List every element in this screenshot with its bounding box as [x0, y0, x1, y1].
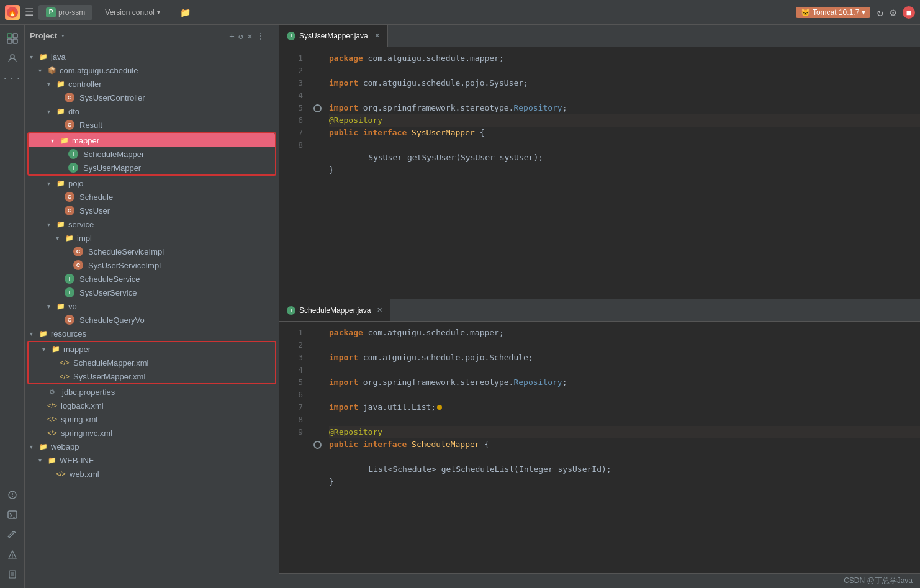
- label-SysUserMapper-xml: SysUserMapper.xml: [73, 372, 145, 381]
- sidebar-icon-bookmark[interactable]: [4, 566, 21, 583]
- file-tree-header: Project ▾ + ↺ ✕ ⋮ —: [25, 25, 279, 47]
- chevron-impl: ▾: [56, 235, 65, 242]
- sidebar-icon-more[interactable]: ···: [4, 70, 21, 87]
- tree-item-controller[interactable]: ▾ 📁 controller: [25, 77, 279, 91]
- svg-point-13: [12, 556, 13, 558]
- code-line-13-bottom: }: [329, 476, 920, 488]
- xml-icon-web: </>: [56, 469, 66, 479]
- close-button[interactable]: ■: [903, 6, 915, 19]
- tree-item-ScheduleMapper-xml[interactable]: </> ScheduleMapper.xml: [29, 356, 275, 369]
- chevron-resources: ▾: [30, 330, 38, 337]
- close-tab-SysUserMapper[interactable]: ✕: [374, 32, 380, 40]
- svg-rect-5: [13, 39, 17, 43]
- code-line-14-bottom: [329, 488, 920, 500]
- vc-chevron: ▾: [157, 9, 160, 16]
- folder-icon-WEB-INF: 📁: [47, 455, 57, 465]
- project-chevron[interactable]: ▾: [61, 32, 65, 40]
- tab-label-ScheduleMapper: ScheduleMapper.java: [299, 306, 371, 315]
- tree-item-java[interactable]: ▾ 📁 java: [25, 50, 279, 63]
- code-content-bottom[interactable]: 1 2 3 4 5 6 7 8 9: [279, 322, 920, 573]
- chevron-mapper-res: ▾: [42, 346, 51, 353]
- version-control-tab[interactable]: Version control ▾: [97, 6, 167, 19]
- tree-item-ScheduleMapper[interactable]: I ScheduleMapper: [29, 147, 275, 161]
- tree-item-SysUserMapper[interactable]: I SysUserMapper: [29, 161, 275, 174]
- tree-item-SysUserServiceImpl[interactable]: C SysUserServiceImpl: [25, 258, 279, 272]
- more-options-button[interactable]: ⋮: [256, 31, 265, 41]
- class-icon-ScheduleServiceImpl: C: [73, 247, 83, 256]
- class-icon-ScheduleQueryVo: C: [65, 315, 74, 325]
- label-logback-xml: logback.xml: [61, 401, 104, 410]
- tree-item-pojo[interactable]: ▾ 📁 pojo: [25, 176, 279, 190]
- gutter-impl-icon-top[interactable]: [313, 104, 322, 112]
- gutter-top: [310, 47, 324, 299]
- settings-button[interactable]: ⚙: [890, 6, 896, 19]
- app-icon: 🔥: [5, 5, 20, 20]
- tree-item-SysUserService[interactable]: I SysUserService: [25, 286, 279, 299]
- editor-area: I SysUserMapper.java ✕ 1 2 3 4 5 6 7 8: [279, 25, 920, 588]
- tree-item-SysUserController[interactable]: C SysUserController: [25, 91, 279, 104]
- code-line-9-bottom: @Repository: [329, 426, 920, 438]
- tree-item-dto[interactable]: ▾ 📁 dto: [25, 104, 279, 118]
- label-service: service: [68, 220, 94, 229]
- refresh-button[interactable]: ↻: [877, 6, 883, 19]
- label-mapper: mapper: [72, 136, 99, 145]
- editor-tab-SysUserMapper[interactable]: I SysUserMapper.java ✕: [279, 25, 388, 47]
- label-Result: Result: [79, 120, 102, 130]
- code-line-5-bottom: import org.springframework.stereotype.Re…: [329, 376, 920, 389]
- code-content-top[interactable]: 1 2 3 4 5 6 7 8: [279, 47, 920, 299]
- tree-item-jdbc-properties[interactable]: ⚙ jdbc.properties: [25, 385, 279, 399]
- tree-item-SysUserMapper-xml[interactable]: </> SysUserMapper.xml: [29, 369, 275, 383]
- sidebar-icon-project[interactable]: [4, 30, 21, 47]
- tomcat-badge[interactable]: 🐱 Tomcat 10.1.7 ▾: [796, 7, 870, 18]
- tree-item-vo[interactable]: ▾ 📁 vo: [25, 299, 279, 313]
- editor-tab-ScheduleMapper[interactable]: I ScheduleMapper.java ✕: [279, 299, 390, 321]
- code-line-4-bottom: [329, 364, 920, 376]
- project-tab[interactable]: P pro-ssm: [38, 5, 92, 20]
- tree-item-spring-xml[interactable]: </> spring.xml: [25, 412, 279, 426]
- tree-item-SysUser[interactable]: C SysUser: [25, 204, 279, 217]
- tree-item-resources[interactable]: ▾ 📁 resources: [25, 327, 279, 340]
- svg-rect-10: [8, 511, 17, 518]
- svg-text:🔥: 🔥: [8, 8, 17, 17]
- sidebar-icon-users[interactable]: [4, 50, 21, 67]
- label-SysUserMapper: SysUserMapper: [83, 163, 141, 173]
- tree-item-package[interactable]: ▾ 📦 com.atguigu.schedule: [25, 63, 279, 77]
- tree-item-Schedule[interactable]: C Schedule: [25, 190, 279, 204]
- tree-item-springmvc-xml[interactable]: </> springmvc.xml: [25, 426, 279, 440]
- xml-icon-SysUserMapper: </>: [60, 371, 70, 381]
- code-line-6-bottom: [329, 389, 920, 401]
- chevron-WEB-INF: ▾: [38, 457, 47, 464]
- tree-item-mapper[interactable]: ▾ 📁 mapper: [29, 133, 275, 147]
- editor-tabs-top: I SysUserMapper.java ✕: [279, 25, 920, 47]
- sidebar-icon-terminal[interactable]: [4, 506, 21, 523]
- sidebar-icon-paint[interactable]: [4, 526, 21, 543]
- hamburger-button[interactable]: ☰: [25, 6, 34, 18]
- gutter-impl-icon-bottom[interactable]: [313, 441, 322, 449]
- minimize-button[interactable]: —: [269, 31, 274, 41]
- properties-icon-jdbc: ⚙: [47, 387, 57, 397]
- tree-item-WEB-INF[interactable]: ▾ 📁 WEB-INF: [25, 453, 279, 467]
- tree-item-mapper-res[interactable]: ▾ 📁 mapper: [29, 342, 275, 356]
- tree-item-ScheduleQueryVo[interactable]: C ScheduleQueryVo: [25, 313, 279, 327]
- sidebar-icon-bottom1[interactable]: [4, 486, 21, 504]
- tree-item-impl[interactable]: ▾ 📁 impl: [25, 231, 279, 245]
- svg-point-9: [12, 496, 13, 497]
- sidebar-icon-warning[interactable]: [4, 546, 21, 563]
- label-ScheduleMapper-xml: ScheduleMapper.xml: [73, 358, 148, 368]
- close-tab-ScheduleMapper[interactable]: ✕: [377, 306, 382, 314]
- folder-icon-vo: 📁: [56, 301, 66, 311]
- code-line-11-bottom: [329, 451, 920, 463]
- label-resources: resources: [51, 329, 86, 338]
- tree-item-Result[interactable]: C Result: [25, 118, 279, 132]
- tree-item-ScheduleServiceImpl[interactable]: C ScheduleServiceImpl: [25, 245, 279, 258]
- tree-item-webapp[interactable]: ▾ 📁 webapp: [25, 440, 279, 453]
- tree-item-ScheduleService[interactable]: I ScheduleService: [25, 272, 279, 286]
- tree-item-service[interactable]: ▾ 📁 service: [25, 217, 279, 231]
- tree-item-logback-xml[interactable]: </> logback.xml: [25, 399, 279, 412]
- refresh-tree-button[interactable]: ↺: [238, 31, 243, 41]
- close-tree-button[interactable]: ✕: [247, 31, 252, 41]
- add-button[interactable]: +: [229, 31, 234, 41]
- tomcat-chevron: ▾: [862, 8, 865, 17]
- main-area: ··· Project ▾ + ↺ ✕ ⋮ —: [0, 25, 920, 588]
- tree-item-web-xml[interactable]: </> web.xml: [25, 467, 279, 481]
